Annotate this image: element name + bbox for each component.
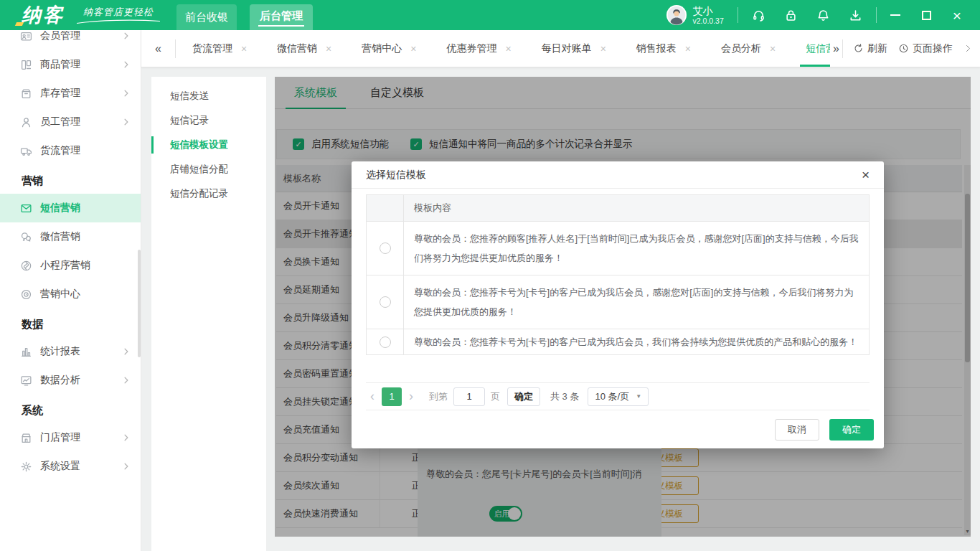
marketing-center-icon (20, 288, 32, 301)
radio-button[interactable] (380, 242, 391, 254)
custom-template-button[interactable]: 自定义模板 (623, 504, 699, 523)
refresh-button[interactable]: 刷新 (853, 42, 887, 55)
next-page-icon[interactable]: › (405, 389, 418, 404)
tab-close-icon[interactable]: × (410, 43, 416, 55)
tab-sales-report[interactable]: 销售报表× (631, 30, 697, 67)
sidebar-item-member[interactable]: 会员管理 (0, 30, 141, 50)
select-sms-template-dialog: 选择短信模板 × 模板内容 尊敬的会员：您推荐的顾客[推荐人姓名]于[当前时间]… (352, 161, 884, 448)
minimize-button[interactable] (890, 14, 900, 16)
custom-template-button[interactable]: 自定义模板 (623, 448, 699, 467)
tab-member-analysis[interactable]: 会员分析× (715, 30, 781, 67)
tab-close-icon[interactable]: × (600, 43, 606, 55)
builtin-template-button[interactable]: 内置模板 (551, 504, 614, 523)
tab-wechat-marketing[interactable]: 微信营销× (271, 30, 337, 67)
expand-tabs-icon[interactable]: » (830, 42, 842, 55)
maximize-button[interactable] (922, 11, 931, 20)
radio-button[interactable] (380, 296, 391, 308)
builtin-template-button[interactable]: 内置模板 (551, 476, 614, 495)
sidebar-item-staff[interactable]: 员工管理 (0, 108, 141, 136)
sidebar-item-logistics[interactable]: 货流管理 (0, 136, 141, 165)
content-tab-label: 自定义模板 (370, 86, 424, 100)
refresh-label: 刷新 (867, 42, 887, 55)
chevron-right-icon[interactable] (963, 44, 973, 53)
scrollbar-thumb[interactable] (965, 194, 970, 362)
sidebar-item-marketing-center[interactable]: 营销中心 (0, 280, 141, 309)
enable-toggle[interactable]: 启用 (489, 506, 522, 522)
sidebar-item-data-analysis[interactable]: 数据分析 (0, 366, 141, 395)
tab-daily-statement[interactable]: 每日对账单× (536, 30, 612, 67)
avatar[interactable] (666, 5, 687, 25)
topbar-divider (738, 7, 738, 23)
radio-cell (367, 329, 404, 354)
radio-cell (367, 276, 404, 329)
confirm-button[interactable]: 确定 (829, 419, 874, 441)
current-page-button[interactable]: 1 (382, 387, 402, 406)
sidebar-item-system-settings[interactable]: 系统设置 (0, 452, 141, 481)
submenu-item-sms-record[interactable]: 短信记录 (151, 108, 266, 133)
tab-close-icon[interactable]: × (326, 43, 331, 55)
option-checkbox-2[interactable]: ✓短信通知中将同一商品的多个计次记录合并显示 (410, 138, 633, 151)
support-headset-icon[interactable] (752, 9, 765, 22)
page-operations-button[interactable]: 页面操作 (898, 42, 953, 55)
stats-report-icon (20, 346, 32, 358)
cancel-button[interactable]: 取消 (775, 419, 819, 441)
tab-logistics[interactable]: 货流管理× (187, 30, 253, 67)
logistics-icon (20, 145, 32, 157)
download-icon[interactable] (849, 9, 862, 22)
table-scrollbar[interactable]: ▾ (964, 165, 971, 535)
radio-button[interactable] (380, 336, 391, 348)
tabbar: « 货流管理×微信营销×营销中心×优惠券管理×每日对账单×销售报表×会员分析×短… (141, 30, 980, 67)
page-number-input[interactable] (453, 387, 485, 406)
sidebar-item-inventory[interactable]: 库存管理 (0, 79, 141, 108)
submenu-item-store-sms-allocation[interactable]: 店铺短信分配 (151, 157, 266, 182)
submenu-item-label: 短信分配记录 (170, 187, 228, 200)
toggle-label: 启用 (494, 509, 510, 519)
app-version: v2.0.0.37 (693, 17, 724, 25)
tab-close-icon[interactable]: × (505, 43, 511, 55)
sidebar-item-wechat-marketing[interactable]: 微信营销 (0, 222, 141, 251)
enable-toggle[interactable]: 启用 (489, 450, 522, 466)
tab-close-icon[interactable]: × (241, 43, 247, 55)
user-info[interactable]: 艾小 v2.0.0.37 (693, 5, 724, 25)
sidebar-scrollbar-thumb[interactable] (138, 250, 141, 357)
enable-toggle[interactable]: 启用 (489, 478, 522, 494)
lock-icon[interactable] (784, 9, 798, 22)
tab-sms-marketing[interactable]: 短信营销× (800, 30, 830, 67)
tab-label: 微信营销 (277, 42, 317, 55)
goto-page-confirm-button[interactable]: 确定 (507, 387, 540, 406)
topnav-front-cashier-button[interactable]: 前台收银 (176, 4, 237, 30)
content-area: 短信发送短信记录短信模板设置店铺短信分配短信分配记录 系统模板自定义模板 ✓启用… (141, 67, 980, 551)
sidebar-item-store-manage[interactable]: 门店管理 (0, 423, 141, 452)
sidebar-item-label: 员工管理 (40, 116, 122, 128)
scrollbar-down-arrow[interactable]: ▾ (964, 529, 971, 534)
sidebar-item-stats-report[interactable]: 统计报表 (0, 337, 141, 366)
sidebar-item-miniprogram-marketing[interactable]: 小程序营销 (0, 251, 141, 280)
sidebar-item-sms-marketing[interactable]: 短信营销 (0, 194, 141, 222)
modal-template-row[interactable]: 尊敬的会员：您推荐的顾客[推荐人姓名]于[当前时间]已成为我店会员，感谢您对[店… (367, 222, 869, 276)
submenu-item-sms-template-settings[interactable]: 短信模板设置 (151, 133, 266, 157)
tab-close-icon[interactable]: × (770, 43, 776, 55)
content-tab-custom-template[interactable]: 自定义模板 (362, 77, 433, 108)
collapse-tabs-icon[interactable]: « (141, 42, 175, 55)
notification-bell-icon[interactable] (816, 9, 830, 22)
tab-coupon-manage[interactable]: 优惠券管理× (440, 30, 517, 67)
per-page-select[interactable]: 10 条/页 ▼ (588, 387, 649, 406)
tab-close-icon[interactable]: × (685, 43, 691, 55)
sidebar-item-goods[interactable]: 商品管理 (0, 50, 141, 79)
modal-template-row[interactable]: 尊敬的会员：您推荐卡号为[卡号]的客户已成为我店会员，我们将会持续为您提供优质的… (367, 329, 869, 354)
option-checkbox-1[interactable]: ✓启用系统短信功能 (293, 138, 389, 151)
content-tab-system-template[interactable]: 系统模板 (286, 77, 346, 108)
prev-page-icon[interactable]: ‹ (366, 389, 379, 404)
table-row: 会员续次通知尊敬的会员：您尾号[卡片尾号]的会员卡[当前时间]续正常启用内置模板… (276, 472, 962, 500)
tab-marketing-center[interactable]: 营销中心× (356, 30, 422, 67)
close-button[interactable]: × (953, 8, 961, 23)
tab-label: 短信营销 (806, 42, 830, 55)
custom-template-button[interactable]: 自定义模板 (623, 476, 699, 495)
builtin-template-button[interactable]: 内置模板 (551, 448, 614, 467)
submenu-item-sms-send[interactable]: 短信发送 (151, 84, 266, 108)
dialog-header: 选择短信模板 × (352, 161, 884, 189)
submenu-item-sms-allocation-record[interactable]: 短信分配记录 (151, 182, 266, 206)
dialog-close-icon[interactable]: × (862, 168, 870, 182)
topnav-backend-manage-button[interactable]: 后台管理 (250, 4, 313, 30)
modal-template-row[interactable]: 尊敬的会员：您推荐卡号为[卡号]的客户已成为我店会员，感谢您对[店面]的支持与信… (367, 276, 869, 329)
